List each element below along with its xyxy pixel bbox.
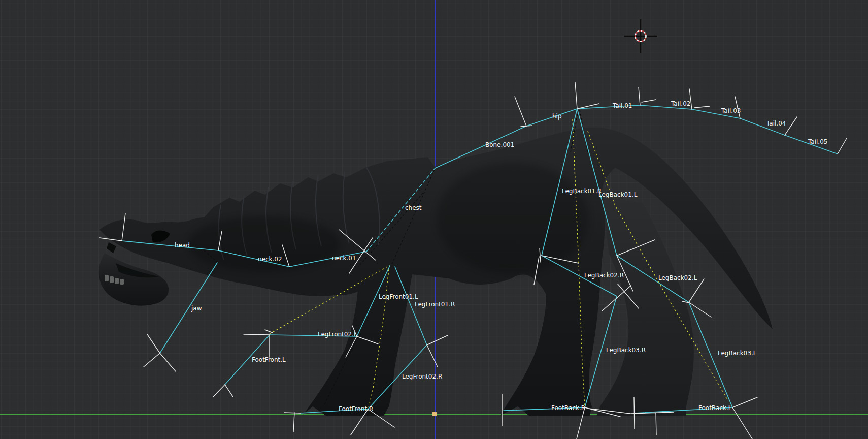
bone-label-hip: hip: [552, 113, 562, 120]
bone-label-bone001: Bone.001: [485, 141, 514, 148]
viewport-canvas[interactable]: head jaw neck.02 neck.01 chest Bone.001 …: [0, 0, 868, 439]
bone-label-neck02: neck.02: [258, 256, 282, 263]
bone-label-legfront02L: LegFront02.L: [318, 331, 357, 338]
bone-label-footbackL: FootBack.L: [698, 404, 732, 412]
neck-shading: [188, 216, 340, 272]
bone-label-tail02: Tail.02: [671, 100, 690, 107]
3d-viewport[interactable]: head jaw neck.02 neck.01 chest Bone.001 …: [0, 0, 868, 439]
bone-label-footfrontL: FootFront.L: [252, 356, 286, 363]
bone-label-tail04: Tail.04: [766, 120, 786, 127]
bone-label-jaw: jaw: [191, 305, 202, 312]
bone-label-neck01: neck.01: [332, 255, 356, 262]
bone-label-legback01L: LegBack01.L: [598, 191, 638, 198]
bone-label-chest: chest: [405, 204, 422, 211]
bone-label-legback02R: LegBack02.R: [584, 272, 624, 279]
bone-label-head: head: [175, 242, 190, 249]
bone-label-legback03R: LegBack03.R: [606, 347, 646, 354]
bone-label-footfrontR: FootFront.R: [339, 405, 373, 413]
bone-label-footbackR: FootBack.R: [551, 404, 585, 412]
bone-label-legfront01R: LegFront01.R: [415, 301, 455, 308]
origin-point-icon[interactable]: [432, 412, 437, 416]
bone-label-tail01: Tail.01: [612, 102, 632, 109]
bone-label-legback02L: LegBack02.L: [658, 274, 697, 281]
hind-shading: [437, 163, 589, 274]
bone-label-tail03: Tail.03: [721, 107, 741, 114]
bone-label-legfront01L: LegFront01.L: [379, 293, 418, 300]
bone-label-legfront02R: LegFront02.R: [402, 373, 442, 380]
bone-label-legback01R: LegBack01.R: [562, 187, 602, 195]
bone-label-tail05: Tail.05: [808, 138, 827, 145]
bone-label-legback03L: LegBack03.L: [718, 350, 757, 357]
